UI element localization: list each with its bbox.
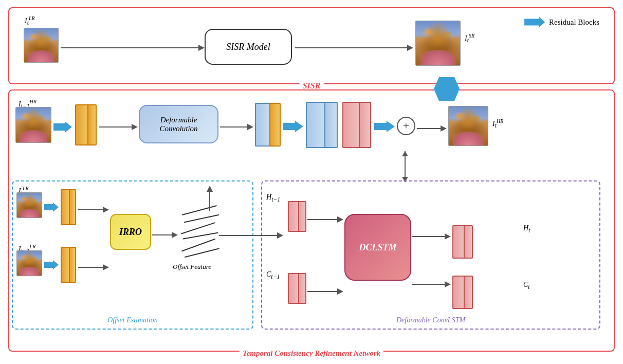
input-lr-image [24, 28, 59, 63]
arrow-offset-to-deform [206, 186, 213, 211]
arrow-irro-to-offset [152, 231, 178, 239]
ct-feat-b [464, 276, 473, 309]
arrow-plus-to-output [417, 125, 447, 132]
feat-block-4b [359, 102, 371, 148]
lr-t1-feat-1b [69, 247, 76, 283]
svg-marker-36 [445, 281, 451, 287]
svg-marker-20 [103, 207, 109, 213]
arrow-ht1-to-dclstm [307, 216, 343, 223]
svg-marker-13 [441, 125, 447, 132]
svg-marker-32 [337, 288, 343, 295]
svg-marker-17 [44, 203, 59, 212]
lr-t-image [16, 192, 42, 218]
arrow-sr-to-tcr [434, 77, 460, 101]
deform-conv-box: DeformableConvolution [139, 105, 218, 143]
svg-marker-34 [445, 233, 451, 240]
ct-label: Ct [523, 281, 530, 290]
ht1-feat-b [298, 201, 306, 232]
ht-label: Ht [523, 224, 530, 234]
ct1-label: Ct−1 [266, 270, 280, 280]
svg-marker-18 [44, 260, 59, 269]
tcr-box: It−1HR DeformableConvolution [8, 89, 615, 352]
offset-feature-label: Offset Feature [173, 263, 211, 271]
feat-block-4a [342, 102, 361, 148]
blue-arrow-1 [53, 121, 72, 135]
arrow-dclstm-to-ht [412, 233, 451, 240]
svg-marker-24 [172, 232, 178, 238]
svg-marker-15 [402, 151, 408, 156]
blue-arrow-3 [374, 121, 395, 134]
blue-arrow-lr-t1 [44, 260, 59, 271]
blue-arrow-2 [283, 121, 303, 134]
dclstm-label: DCLSTM [359, 242, 396, 253]
arrow-dclstm-to-ct [412, 281, 451, 288]
svg-marker-4 [434, 77, 460, 101]
svg-marker-1 [198, 45, 205, 51]
svg-marker-22 [103, 264, 109, 270]
arrow-ct1-to-dclstm [307, 288, 343, 295]
ht1-label: Ht−1 [266, 193, 280, 203]
svg-marker-26 [207, 186, 213, 192]
svg-marker-5 [53, 121, 72, 133]
blue-arrow-lr-t [44, 203, 59, 214]
main-container: ItLR SISR Model ItSR SISR Residual Blo [8, 7, 615, 357]
arrow-lr-t1-to-irro [78, 264, 109, 271]
ct1-feat-b [298, 273, 306, 304]
deform-conv-label: DeformableConvolution [159, 116, 197, 133]
svg-marker-10 [283, 121, 303, 132]
svg-marker-28 [277, 232, 283, 239]
svg-marker-3 [407, 45, 413, 51]
dclstm-box: DCLSTM [344, 214, 411, 281]
legend-label: Residual Blocks [549, 18, 599, 27]
output-hr-image [448, 106, 488, 146]
arrow-deform-to-feat2 [220, 123, 253, 131]
irro-label: IRRO [119, 227, 142, 238]
sisr-model-box: SISR Model [205, 29, 292, 65]
arrow-lr-t-to-irro [78, 206, 109, 213]
legend: Residual Blocks [524, 16, 599, 28]
sisr-box: ItLR SISR Model ItSR SISR [8, 7, 615, 84]
svg-marker-7 [132, 124, 138, 130]
arrow-feat-to-deform [99, 123, 138, 131]
tcr-label: Temporal Consistency Refinement Network [240, 349, 383, 358]
feat-block-3a [306, 102, 326, 148]
feat-block-3b [324, 102, 338, 148]
svg-marker-9 [247, 124, 253, 130]
feat-block-2b [269, 103, 281, 147]
hr-input-image [15, 107, 51, 143]
lr-t1-image [16, 250, 42, 276]
legend-arrow-icon [524, 16, 545, 28]
arrow-model-to-sr [295, 44, 413, 51]
lr-t-feat-1b [69, 189, 76, 225]
output-sr-label: ItSR [465, 33, 474, 44]
output-hr-label: ItHR [492, 118, 503, 129]
offset-est-label: Offset Estimation [107, 316, 158, 324]
irro-box: IRRO [110, 214, 151, 250]
output-sr-image [415, 21, 461, 66]
feat-block-1b [87, 104, 97, 145]
ht-feat-b [464, 225, 473, 259]
arrow-offset-to-dclstm [219, 232, 283, 239]
input-lr-label: ItLR [25, 15, 35, 26]
svg-marker-30 [337, 216, 343, 223]
plus-circle: + [397, 117, 415, 135]
double-arrow-v [401, 151, 409, 182]
dclstm-box-outer: Deformable ConvLSTM [261, 180, 600, 330]
offset-feature [179, 206, 220, 258]
arrow-lr-to-model [61, 44, 205, 51]
svg-marker-11 [374, 121, 395, 132]
dclstm-module-label: Deformable ConvLSTM [396, 316, 465, 324]
